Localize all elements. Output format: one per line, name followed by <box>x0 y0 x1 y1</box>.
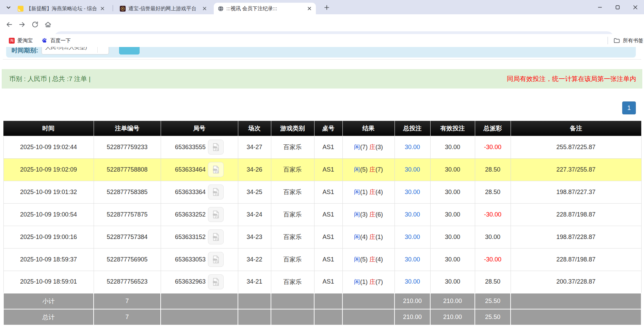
row-note: 228.87/198.87 <box>511 248 641 271</box>
video-replay-button[interactable] <box>208 229 224 244</box>
row-total-bet: 30.00 <box>395 248 430 271</box>
footer-count: 7 <box>94 293 161 309</box>
summary-bar: 币别 : 人民币 | 总共 :7 注单 | 同局有效投注，统一计算在该局第一张注… <box>2 69 642 89</box>
row-total-bet: 30.00 <box>395 136 430 158</box>
row-bet-number: 522877759233 <box>94 136 161 158</box>
column-header: 时间 <box>3 121 94 136</box>
tab-tongbao[interactable]: 通宝-信誉最好的网上游戏平台 <box>116 3 211 14</box>
row-time: 2025-10-09 19:01:32 <box>3 181 94 203</box>
row-bet-number: 522877758385 <box>94 181 161 203</box>
home-button[interactable] <box>44 20 52 29</box>
table-row: 2025-10-09 18:59:01522877756523653632963… <box>3 271 641 293</box>
row-total-bet: 30.00 <box>395 181 430 203</box>
row-result: 闲(5) 庄(7) <box>342 158 395 181</box>
currency-type-select[interactable]: 人民币(出入类型) <box>42 47 109 54</box>
total-bet-link[interactable]: 30.00 <box>405 189 420 195</box>
total-bet-link[interactable]: 30.00 <box>405 234 420 240</box>
video-replay-button[interactable] <box>208 140 224 155</box>
window-controls <box>591 0 644 14</box>
browser-toolbar: dongshouji.com/ipl/portal.php/game/betre… <box>0 14 644 34</box>
total-bet-link[interactable]: 30.00 <box>405 278 420 285</box>
all-bookmarks-label: 所有书签 <box>623 37 643 44</box>
column-header: 总派彩 <box>475 121 511 136</box>
row-note: 255.87/225.87 <box>511 136 641 158</box>
row-total-bet: 30.00 <box>395 226 430 248</box>
filter-label: 时间期别: <box>12 47 38 54</box>
row-table-number: AS1 <box>314 271 342 293</box>
row-note: 198.87/227.37 <box>511 181 641 203</box>
footer-label: 小计 <box>3 293 94 309</box>
row-result: 闲(1) 庄(7) <box>342 271 395 293</box>
column-header: 注单编号 <box>94 121 161 136</box>
new-tab-button[interactable] <box>323 3 331 12</box>
video-replay-button[interactable] <box>208 274 224 289</box>
row-payout: 28.50 <box>475 181 511 203</box>
row-result: 闲(3) 庄(6) <box>342 203 395 226</box>
row-note: 198.87/228.87 <box>511 226 641 248</box>
minimize-button[interactable] <box>591 0 609 14</box>
total-bet-link[interactable]: 30.00 <box>405 144 420 150</box>
maximize-button[interactable] <box>609 0 626 14</box>
forum-favicon-icon <box>18 6 23 12</box>
row-session: 34-25 <box>238 181 271 203</box>
footer-count: 7 <box>94 309 161 325</box>
folder-icon <box>613 37 620 44</box>
table-row: 2025-10-09 19:00:54522877757875653633252… <box>3 203 641 226</box>
close-tab-icon[interactable] <box>306 5 312 12</box>
row-table-number: AS1 <box>314 203 342 226</box>
row-game-type: 百家乐 <box>271 181 314 203</box>
search-button[interactable] <box>119 47 140 54</box>
row-valid-bet: 30.00 <box>430 181 475 203</box>
back-button[interactable] <box>5 20 14 29</box>
video-replay-button[interactable] <box>208 185 224 200</box>
footer-valid-bet: 210.00 <box>430 309 475 325</box>
close-tab-icon[interactable] <box>202 5 208 12</box>
total-bet-link[interactable]: 30.00 <box>405 256 420 263</box>
row-result: 闲(5) 庄(4) <box>342 248 395 271</box>
row-payout: 30.00 <box>475 226 511 248</box>
column-header: 场次 <box>238 121 271 136</box>
reload-button[interactable] <box>31 20 39 29</box>
total-bet-link[interactable]: 30.00 <box>405 211 420 218</box>
all-bookmarks-button[interactable]: 所有书签 <box>608 34 644 47</box>
video-replay-button[interactable] <box>208 207 224 222</box>
total-bet-link[interactable]: 30.00 <box>405 166 420 173</box>
tab-bet-records-active[interactable]: :::视讯 会员下注纪录::: <box>214 3 316 14</box>
browser-window: 【新提醒】海燕策略论坛 - 综合 通宝-信誉最好的网上游戏平台 :::视讯 会员… <box>0 0 644 335</box>
taobao-icon: 淘 <box>9 38 15 44</box>
row-session: 34-23 <box>238 226 271 248</box>
table-row: 2025-10-09 19:00:16522877757384653633152… <box>3 226 641 248</box>
row-bet-number: 522877757384 <box>94 226 161 248</box>
row-time: 2025-10-09 19:02:09 <box>3 158 94 181</box>
footer-payout: 25.50 <box>475 309 511 325</box>
row-result: 闲(7) 庄(3) <box>342 136 395 158</box>
tab-forum[interactable]: 【新提醒】海燕策略论坛 - 综合 <box>14 3 109 14</box>
row-total-bet: 30.00 <box>395 158 430 181</box>
bookmark-taobao[interactable]: 淘 爱淘宝 <box>9 37 33 44</box>
video-file-icon <box>211 277 220 286</box>
footer-total-bet: 210.00 <box>395 293 430 309</box>
select-value: 人民币(出入类型) <box>45 47 87 51</box>
row-round-number: 653633464 <box>161 158 238 181</box>
video-file-icon <box>211 165 220 174</box>
close-window-button[interactable] <box>626 0 644 14</box>
row-payout: -30.00 <box>475 248 511 271</box>
bookmark-label: 爱淘宝 <box>17 37 33 44</box>
column-header: 总投注 <box>395 121 430 136</box>
tab-title: 通宝-信誉最好的网上游戏平台 <box>128 5 199 12</box>
tab-search-button[interactable] <box>5 4 12 11</box>
row-note: 200.37/228.87 <box>511 271 641 293</box>
page-1-button[interactable]: 1 <box>622 101 636 114</box>
row-valid-bet: 30.00 <box>430 248 475 271</box>
video-replay-button[interactable] <box>208 252 224 267</box>
bookmark-baidu[interactable]: 百度一下 <box>42 37 71 44</box>
row-round-number: 653633555 <box>161 136 238 158</box>
row-total-bet: 30.00 <box>395 271 430 293</box>
forward-button[interactable] <box>18 20 27 29</box>
close-tab-icon[interactable] <box>99 5 106 12</box>
video-replay-button[interactable] <box>208 162 224 177</box>
row-table-number: AS1 <box>314 248 342 271</box>
row-payout: -30.00 <box>475 136 511 158</box>
column-header: 桌号 <box>314 121 342 136</box>
row-round-number: 653633053 <box>161 248 238 271</box>
